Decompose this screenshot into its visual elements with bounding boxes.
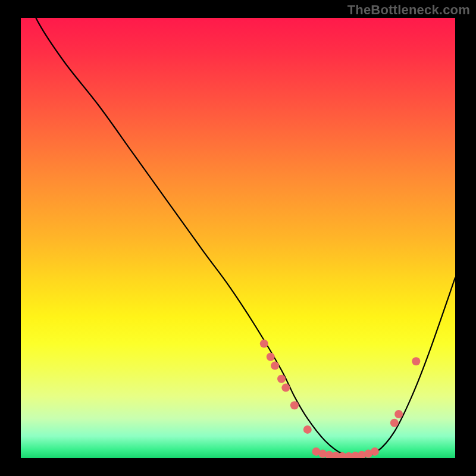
curve-markers [260, 340, 421, 458]
curve-marker [412, 357, 420, 365]
curve-marker [281, 384, 290, 392]
curve-marker [394, 410, 403, 418]
curve-marker [271, 362, 279, 370]
plot-area [21, 18, 455, 458]
curve-marker [290, 401, 299, 409]
curve-marker [371, 447, 379, 456]
curve-marker [260, 340, 268, 348]
watermark-text: TheBottleneck.com [347, 2, 470, 18]
curve-layer [21, 18, 455, 458]
bottleneck-curve [21, 18, 455, 458]
chart-stage: TheBottleneck.com [0, 0, 476, 476]
curve-marker [267, 353, 275, 361]
curve-marker [277, 375, 286, 383]
curve-marker [303, 425, 312, 434]
curve-marker [390, 419, 399, 427]
